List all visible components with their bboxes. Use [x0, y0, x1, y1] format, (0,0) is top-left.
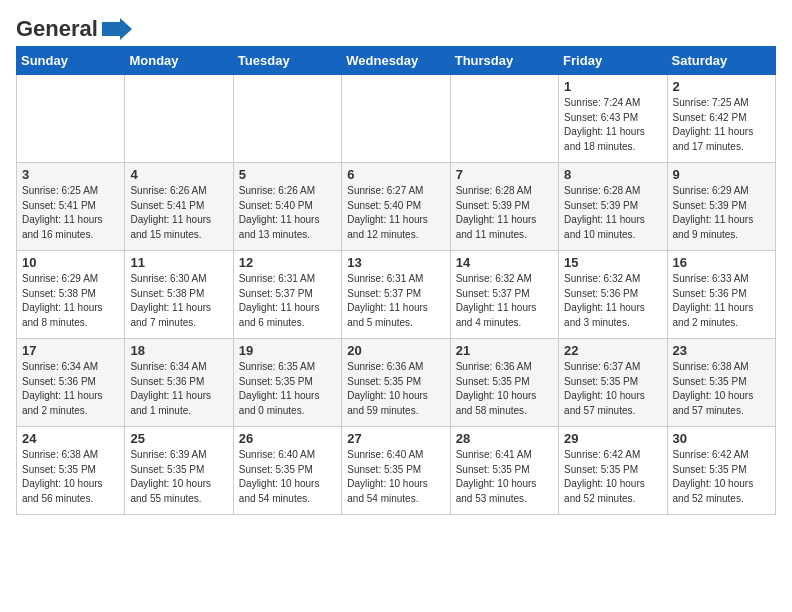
- calendar-cell: 2Sunrise: 7:25 AM Sunset: 6:42 PM Daylig…: [667, 75, 775, 163]
- day-number: 26: [239, 431, 336, 446]
- day-info: Sunrise: 7:25 AM Sunset: 6:42 PM Dayligh…: [673, 96, 770, 154]
- day-number: 18: [130, 343, 227, 358]
- calendar-cell: 7Sunrise: 6:28 AM Sunset: 5:39 PM Daylig…: [450, 163, 558, 251]
- day-number: 28: [456, 431, 553, 446]
- calendar-cell: [125, 75, 233, 163]
- day-number: 22: [564, 343, 661, 358]
- day-number: 27: [347, 431, 444, 446]
- week-row-3: 10Sunrise: 6:29 AM Sunset: 5:38 PM Dayli…: [17, 251, 776, 339]
- calendar-cell: [17, 75, 125, 163]
- calendar-cell: 17Sunrise: 6:34 AM Sunset: 5:36 PM Dayli…: [17, 339, 125, 427]
- day-number: 29: [564, 431, 661, 446]
- day-number: 6: [347, 167, 444, 182]
- calendar-cell: 13Sunrise: 6:31 AM Sunset: 5:37 PM Dayli…: [342, 251, 450, 339]
- weekday-header-wednesday: Wednesday: [342, 47, 450, 75]
- weekday-header-tuesday: Tuesday: [233, 47, 341, 75]
- day-number: 14: [456, 255, 553, 270]
- day-info: Sunrise: 6:27 AM Sunset: 5:40 PM Dayligh…: [347, 184, 444, 242]
- day-number: 10: [22, 255, 119, 270]
- day-info: Sunrise: 6:31 AM Sunset: 5:37 PM Dayligh…: [239, 272, 336, 330]
- day-info: Sunrise: 6:38 AM Sunset: 5:35 PM Dayligh…: [673, 360, 770, 418]
- calendar-cell: 12Sunrise: 6:31 AM Sunset: 5:37 PM Dayli…: [233, 251, 341, 339]
- day-number: 30: [673, 431, 770, 446]
- day-number: 17: [22, 343, 119, 358]
- day-info: Sunrise: 6:29 AM Sunset: 5:39 PM Dayligh…: [673, 184, 770, 242]
- weekday-header-sunday: Sunday: [17, 47, 125, 75]
- calendar-cell: 4Sunrise: 6:26 AM Sunset: 5:41 PM Daylig…: [125, 163, 233, 251]
- day-info: Sunrise: 6:42 AM Sunset: 5:35 PM Dayligh…: [564, 448, 661, 506]
- day-info: Sunrise: 6:29 AM Sunset: 5:38 PM Dayligh…: [22, 272, 119, 330]
- day-number: 1: [564, 79, 661, 94]
- day-info: Sunrise: 6:26 AM Sunset: 5:40 PM Dayligh…: [239, 184, 336, 242]
- day-info: Sunrise: 6:32 AM Sunset: 5:37 PM Dayligh…: [456, 272, 553, 330]
- day-info: Sunrise: 6:40 AM Sunset: 5:35 PM Dayligh…: [347, 448, 444, 506]
- calendar-cell: 26Sunrise: 6:40 AM Sunset: 5:35 PM Dayli…: [233, 427, 341, 515]
- calendar-cell: 16Sunrise: 6:33 AM Sunset: 5:36 PM Dayli…: [667, 251, 775, 339]
- day-info: Sunrise: 6:41 AM Sunset: 5:35 PM Dayligh…: [456, 448, 553, 506]
- calendar-cell: 18Sunrise: 6:34 AM Sunset: 5:36 PM Dayli…: [125, 339, 233, 427]
- weekday-header-row: SundayMondayTuesdayWednesdayThursdayFrid…: [17, 47, 776, 75]
- calendar-cell: 27Sunrise: 6:40 AM Sunset: 5:35 PM Dayli…: [342, 427, 450, 515]
- calendar-cell: 15Sunrise: 6:32 AM Sunset: 5:36 PM Dayli…: [559, 251, 667, 339]
- day-info: Sunrise: 6:28 AM Sunset: 5:39 PM Dayligh…: [564, 184, 661, 242]
- day-info: Sunrise: 6:40 AM Sunset: 5:35 PM Dayligh…: [239, 448, 336, 506]
- calendar-cell: 20Sunrise: 6:36 AM Sunset: 5:35 PM Dayli…: [342, 339, 450, 427]
- weekday-header-friday: Friday: [559, 47, 667, 75]
- day-info: Sunrise: 6:30 AM Sunset: 5:38 PM Dayligh…: [130, 272, 227, 330]
- day-number: 13: [347, 255, 444, 270]
- day-number: 23: [673, 343, 770, 358]
- day-number: 16: [673, 255, 770, 270]
- weekday-header-saturday: Saturday: [667, 47, 775, 75]
- day-number: 15: [564, 255, 661, 270]
- day-number: 19: [239, 343, 336, 358]
- week-row-5: 24Sunrise: 6:38 AM Sunset: 5:35 PM Dayli…: [17, 427, 776, 515]
- logo-arrow-icon: [102, 18, 132, 40]
- day-info: Sunrise: 6:28 AM Sunset: 5:39 PM Dayligh…: [456, 184, 553, 242]
- day-number: 11: [130, 255, 227, 270]
- calendar-cell: [450, 75, 558, 163]
- day-info: Sunrise: 6:25 AM Sunset: 5:41 PM Dayligh…: [22, 184, 119, 242]
- calendar-cell: [233, 75, 341, 163]
- day-info: Sunrise: 6:31 AM Sunset: 5:37 PM Dayligh…: [347, 272, 444, 330]
- day-info: Sunrise: 6:37 AM Sunset: 5:35 PM Dayligh…: [564, 360, 661, 418]
- day-info: Sunrise: 6:39 AM Sunset: 5:35 PM Dayligh…: [130, 448, 227, 506]
- day-info: Sunrise: 6:36 AM Sunset: 5:35 PM Dayligh…: [456, 360, 553, 418]
- calendar-cell: 6Sunrise: 6:27 AM Sunset: 5:40 PM Daylig…: [342, 163, 450, 251]
- day-info: Sunrise: 6:26 AM Sunset: 5:41 PM Dayligh…: [130, 184, 227, 242]
- calendar-cell: 1Sunrise: 7:24 AM Sunset: 6:43 PM Daylig…: [559, 75, 667, 163]
- calendar-cell: 10Sunrise: 6:29 AM Sunset: 5:38 PM Dayli…: [17, 251, 125, 339]
- logo-general: General: [16, 16, 98, 41]
- day-number: 7: [456, 167, 553, 182]
- day-info: Sunrise: 6:36 AM Sunset: 5:35 PM Dayligh…: [347, 360, 444, 418]
- logo: General: [16, 16, 132, 38]
- svg-marker-0: [102, 18, 132, 40]
- header: General: [16, 16, 776, 38]
- weekday-header-monday: Monday: [125, 47, 233, 75]
- day-info: Sunrise: 7:24 AM Sunset: 6:43 PM Dayligh…: [564, 96, 661, 154]
- weekday-header-thursday: Thursday: [450, 47, 558, 75]
- calendar-cell: 29Sunrise: 6:42 AM Sunset: 5:35 PM Dayli…: [559, 427, 667, 515]
- calendar-cell: 21Sunrise: 6:36 AM Sunset: 5:35 PM Dayli…: [450, 339, 558, 427]
- day-number: 9: [673, 167, 770, 182]
- calendar-cell: 5Sunrise: 6:26 AM Sunset: 5:40 PM Daylig…: [233, 163, 341, 251]
- calendar-cell: 11Sunrise: 6:30 AM Sunset: 5:38 PM Dayli…: [125, 251, 233, 339]
- day-number: 24: [22, 431, 119, 446]
- calendar-cell: [342, 75, 450, 163]
- day-number: 21: [456, 343, 553, 358]
- calendar-cell: 23Sunrise: 6:38 AM Sunset: 5:35 PM Dayli…: [667, 339, 775, 427]
- day-number: 25: [130, 431, 227, 446]
- week-row-2: 3Sunrise: 6:25 AM Sunset: 5:41 PM Daylig…: [17, 163, 776, 251]
- day-info: Sunrise: 6:34 AM Sunset: 5:36 PM Dayligh…: [130, 360, 227, 418]
- calendar-cell: 28Sunrise: 6:41 AM Sunset: 5:35 PM Dayli…: [450, 427, 558, 515]
- day-info: Sunrise: 6:42 AM Sunset: 5:35 PM Dayligh…: [673, 448, 770, 506]
- week-row-4: 17Sunrise: 6:34 AM Sunset: 5:36 PM Dayli…: [17, 339, 776, 427]
- calendar-cell: 14Sunrise: 6:32 AM Sunset: 5:37 PM Dayli…: [450, 251, 558, 339]
- day-number: 8: [564, 167, 661, 182]
- day-number: 4: [130, 167, 227, 182]
- day-number: 3: [22, 167, 119, 182]
- day-number: 12: [239, 255, 336, 270]
- calendar-cell: 30Sunrise: 6:42 AM Sunset: 5:35 PM Dayli…: [667, 427, 775, 515]
- calendar-cell: 8Sunrise: 6:28 AM Sunset: 5:39 PM Daylig…: [559, 163, 667, 251]
- week-row-1: 1Sunrise: 7:24 AM Sunset: 6:43 PM Daylig…: [17, 75, 776, 163]
- day-info: Sunrise: 6:35 AM Sunset: 5:35 PM Dayligh…: [239, 360, 336, 418]
